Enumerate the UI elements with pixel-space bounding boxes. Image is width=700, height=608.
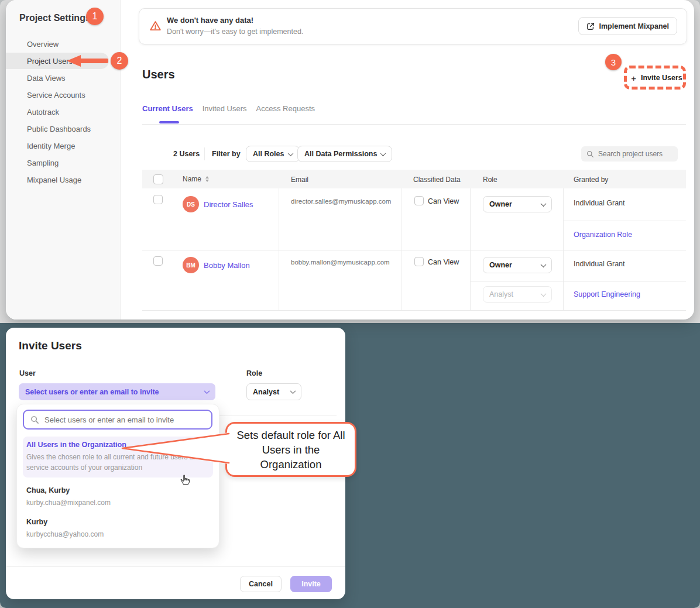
filter-divider [204, 147, 205, 160]
role-select[interactable]: Owner [483, 196, 552, 212]
implement-mixpanel-button[interactable]: Implement Mixpanel [578, 17, 677, 35]
chevron-down-icon [380, 150, 386, 156]
user-count: 2 Users [173, 150, 200, 158]
chevron-down-icon [290, 388, 296, 394]
no-data-banner: We don't have any data! Don't worry—it's… [139, 8, 687, 44]
granted-by-value: Individual Grant [574, 260, 625, 268]
search-project-users[interactable] [581, 146, 678, 162]
chevron-down-icon [204, 388, 210, 394]
callout-bubble: Sets default role for All Users in the O… [225, 422, 356, 477]
can-view-label: Can View [428, 258, 459, 266]
active-tab-underline [159, 121, 179, 123]
chevron-down-icon [287, 150, 293, 156]
invite-highlight-box [624, 66, 686, 90]
sidebar-item-public-dashboards[interactable]: Public Dashboards [6, 121, 120, 138]
sidebar-item-service-accounts[interactable]: Service Accounts [6, 87, 120, 104]
sidebar-item-autotrack[interactable]: Autotrack [6, 104, 120, 121]
user-name-link[interactable]: Bobby Mallon [204, 261, 250, 270]
filter-by-label: Filter by [212, 150, 241, 158]
page: Project Settings Overview Project Users … [0, 0, 700, 608]
row-checkbox[interactable] [153, 256, 163, 266]
option-email: kurby.chua@mixpanel.com [26, 499, 111, 507]
app-window: Project Settings Overview Project Users … [6, 0, 694, 320]
col-classified-data: Classified Data [413, 176, 461, 184]
user-name-link[interactable]: Director Salles [204, 200, 253, 209]
user-search-input[interactable] [44, 415, 203, 424]
modal-footer-divider [6, 566, 345, 567]
step-badge-1: 1 [86, 8, 104, 25]
users-table: Name Email Classified Data Role Granted … [142, 170, 686, 310]
sidebar-item-sampling[interactable]: Sampling [6, 154, 120, 171]
option-name: Chua, Kurby [26, 486, 70, 494]
banner-title: We don't have any data! [167, 16, 253, 25]
tab-bar: Current Users Invited Users Access Reque… [142, 104, 315, 113]
banner-subtitle: Don't worry—it's easy to get implemented… [167, 28, 303, 36]
granted-by-value: Individual Grant [574, 199, 625, 207]
option-chua-kurby[interactable]: Chua, Kurby kurby.chua@mixpanel.com [23, 485, 213, 510]
invite-button[interactable]: Invite [290, 576, 332, 592]
select-all-checkbox[interactable] [153, 174, 163, 184]
chevron-down-icon [541, 201, 547, 207]
tab-invited-users[interactable]: Invited Users [203, 104, 247, 113]
role-sub-divider [470, 281, 686, 281]
can-view-checkbox[interactable] [414, 257, 424, 266]
step-badge-3: 3 [605, 54, 622, 70]
option-all-users-label: All Users in the Organization [26, 441, 126, 449]
page-title: Users [142, 68, 175, 81]
granted-sub-divider [563, 221, 686, 221]
tab-access-requests[interactable]: Access Requests [256, 104, 315, 113]
cursor-pointer-icon [180, 475, 190, 485]
user-email: bobby.mallon@mymusicapp.com [291, 259, 390, 266]
implement-mixpanel-label: Implement Mixpanel [599, 22, 669, 30]
sidebar-item-data-views[interactable]: Data Views [6, 70, 120, 87]
sidebar-item-mixpanel-usage[interactable]: Mixpanel Usage [6, 171, 120, 188]
can-view-checkbox[interactable] [414, 196, 424, 205]
table-row: DS Director Salles director.salles@mymus… [142, 188, 686, 250]
role-select-value: Analyst [253, 388, 279, 396]
user-select-value: Select users or enter an email to invite [25, 388, 159, 396]
role-select[interactable]: Analyst [246, 383, 301, 400]
role-select-disabled[interactable]: Analyst [483, 286, 552, 303]
sidebar: Project Settings Overview Project Users … [6, 0, 121, 320]
sort-icon[interactable] [205, 176, 209, 182]
option-name: Kurby [26, 518, 47, 526]
tab-current-users[interactable]: Current Users [142, 104, 193, 113]
step-arrow-icon [67, 54, 109, 68]
callout-text: Sets default role for All Users in the O… [234, 428, 348, 472]
cancel-button[interactable]: Cancel [240, 576, 282, 592]
option-email: kurbycchua@yahoo.com [26, 530, 104, 538]
role-field-label: Role [246, 369, 262, 377]
sidebar-item-identity-merge[interactable]: Identity Merge [6, 138, 120, 154]
all-roles-filter[interactable]: All Roles [246, 146, 300, 162]
step-badge-2: 2 [111, 52, 128, 70]
organization-role-link[interactable]: Organization Role [574, 231, 632, 239]
external-link-icon [586, 22, 595, 30]
option-kurby[interactable]: Kurby kurbycchua@yahoo.com [23, 517, 213, 541]
row-checkbox[interactable] [153, 195, 163, 204]
avatar: BM [183, 257, 199, 273]
user-field-label: User [19, 369, 36, 377]
user-email: director.salles@mymusicapp.com [291, 198, 391, 205]
search-project-users-input[interactable] [598, 150, 668, 158]
warning-icon [149, 20, 162, 32]
tab-divider [142, 124, 686, 125]
support-engineering-link[interactable]: Support Engineering [574, 290, 640, 298]
col-role: Role [483, 176, 497, 184]
role-select[interactable]: Owner [483, 257, 552, 273]
all-data-permissions-filter[interactable]: All Data Permissions [297, 146, 392, 162]
callout-tail [117, 426, 231, 467]
table-row: BM Bobby Mallon bobby.mallon@mymusicapp.… [142, 250, 686, 310]
col-name[interactable]: Name [183, 175, 201, 183]
modal-title: Invite Users [19, 339, 82, 352]
col-granted-by: Granted by [574, 176, 608, 184]
can-view-label: Can View [428, 197, 459, 205]
modal-mid-divider [219, 415, 337, 416]
sidebar-item-overview[interactable]: Overview [6, 36, 120, 53]
user-select[interactable]: Select users or enter an email to invite [19, 383, 215, 400]
sidebar-title: Project Settings [19, 13, 91, 23]
col-email: Email [291, 176, 308, 184]
search-icon [30, 415, 39, 424]
avatar: DS [183, 196, 199, 212]
table-bottom-border [142, 310, 686, 311]
chevron-down-icon [541, 291, 547, 297]
